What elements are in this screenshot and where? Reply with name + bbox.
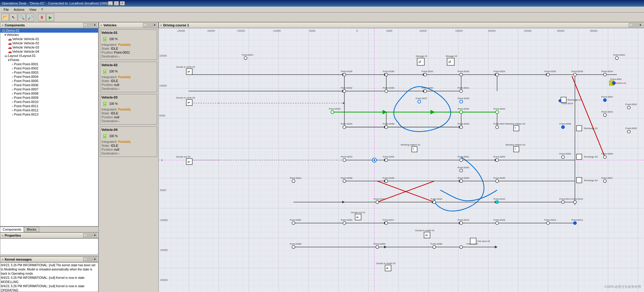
menu-actions[interactable]: Actions xyxy=(11,7,27,12)
kernel-minimize[interactable]: _ xyxy=(83,257,87,261)
svg-text:Point-0043: Point-0043 xyxy=(329,108,340,110)
tree-item[interactable]: ▾Points xyxy=(0,58,98,62)
tree-item[interactable]: ○Point Point-0011 xyxy=(0,104,98,108)
svg-text:Point-0054: Point-0054 xyxy=(383,155,394,158)
svg-text:-10000: -10000 xyxy=(159,219,168,222)
main-layout: ○ Components _ □ ✕ 🗀 Demo-01 ▾Vehicles🚗V… xyxy=(0,22,644,292)
svg-text:30000: 30000 xyxy=(557,29,564,32)
tree-item[interactable]: ○Point Point-0006 xyxy=(0,83,98,87)
svg-point-98 xyxy=(546,73,549,76)
svg-text:Vehicle-01: Vehicle-01 xyxy=(615,82,626,84)
kernel-collapse-icon[interactable]: ○ xyxy=(1,258,4,261)
components-panel-collapse-icon[interactable]: ○ xyxy=(1,23,4,27)
svg-point-208 xyxy=(496,201,499,204)
svg-text:Point-0017: Point-0017 xyxy=(383,219,394,221)
close-button[interactable]: ✕ xyxy=(120,1,125,5)
kernel-panel-title: Kernel messages xyxy=(5,258,32,261)
components-minimize[interactable]: _ xyxy=(83,23,87,27)
kernel-maximize[interactable]: □ xyxy=(88,257,92,261)
vehicles-close[interactable]: ✕ xyxy=(153,23,157,27)
vehicle-card: Vehicle-02 🔋 100 % Integrated: Partially… xyxy=(100,62,157,92)
menu-help[interactable]: ? xyxy=(39,7,45,12)
tree-item[interactable]: ○Point Point-0005 xyxy=(0,79,98,83)
vehicle-state: State: IDLE xyxy=(101,47,156,50)
svg-point-148 xyxy=(627,106,630,109)
zoom-out-button[interactable]: 🔎 xyxy=(26,13,34,21)
tree-item[interactable]: ○Point Point-0001 xyxy=(0,62,98,66)
tree-item[interactable]: ○Point Point-0009 xyxy=(0,96,98,100)
svg-point-200 xyxy=(496,180,499,183)
vehicle-card: Vehicle-04 🔋 100 % Integrated: Partially… xyxy=(100,126,157,157)
tree-item[interactable]: ○Point Point-0003 xyxy=(0,70,98,75)
svg-text:Point-0056: Point-0056 xyxy=(341,177,352,179)
properties-panel: ○ Properties _ □ ✕ xyxy=(0,232,98,256)
kernel-close[interactable]: ✕ xyxy=(93,257,97,261)
tree-item[interactable]: 🚗Vehicle Vehicle-01 xyxy=(0,37,98,41)
svg-text:10000: 10000 xyxy=(159,84,167,87)
svg-point-181 xyxy=(343,158,346,161)
svg-point-204 xyxy=(603,180,606,183)
svg-point-104 xyxy=(615,57,618,60)
tree-item[interactable]: 🚗Vehicle Vehicle-02 xyxy=(0,41,98,45)
map-maximize[interactable]: □ xyxy=(634,23,638,27)
tree-item[interactable]: ○Point Point-0002 xyxy=(0,66,98,70)
map-canvas[interactable]: -25000 -20000 -15000 -10000 -5000 0 5000… xyxy=(159,28,644,292)
tree-item[interactable]: ▾Vehicles xyxy=(0,33,98,37)
tree-item-icon: ○ xyxy=(12,79,13,83)
vehicles-minimize[interactable]: _ xyxy=(143,23,147,27)
tree-item-label: Point Point-0008 xyxy=(14,92,38,95)
properties-collapse-icon[interactable]: ○ xyxy=(1,234,4,237)
vehicles-panel-header: ○ Vehicles _ □ ✕ xyxy=(99,22,158,28)
tree-item-label: Point Point-0012 xyxy=(14,108,38,112)
svg-point-198 xyxy=(460,180,463,183)
tab-blocks[interactable]: Blocks xyxy=(24,227,39,232)
vehicle-destination: Destination - xyxy=(101,119,156,123)
tree-item[interactable]: 🚗Vehicle Vehicle-03 xyxy=(0,45,98,49)
svg-text:Point-0021: Point-0021 xyxy=(290,177,302,179)
vehicle-integrated: Integrated: Partially xyxy=(101,108,156,111)
vehicles-collapse-icon[interactable]: ○ xyxy=(100,23,102,27)
map-close[interactable]: ✕ xyxy=(638,23,643,27)
play-button[interactable]: ▶ xyxy=(46,13,54,21)
vehicles-maximize[interactable]: □ xyxy=(148,23,152,27)
tree-items: ▾Vehicles🚗Vehicle Vehicle-01🚗Vehicle Veh… xyxy=(0,33,98,117)
svg-text:Point-0010: Point-0010 xyxy=(571,198,583,200)
tree-item[interactable]: ○Point Point-0010 xyxy=(0,100,98,104)
svg-text:Point-0019: Point-0019 xyxy=(458,219,469,221)
properties-maximize[interactable]: □ xyxy=(88,233,92,237)
map-minimize[interactable]: _ xyxy=(629,23,633,27)
components-maximize[interactable]: □ xyxy=(88,23,92,27)
minimize-button[interactable]: _ xyxy=(108,1,113,5)
menu-file[interactable]: File xyxy=(1,7,11,12)
tree-item[interactable]: ○Point Point-0008 xyxy=(0,91,98,96)
tree-item[interactable]: 🗂Layout VLayout-01 xyxy=(0,54,98,58)
open-button[interactable]: 📂 xyxy=(1,13,9,21)
components-close[interactable]: ✕ xyxy=(93,23,97,27)
menu-view[interactable]: View xyxy=(27,7,39,12)
tab-components[interactable]: Components xyxy=(0,227,24,232)
tree-item[interactable]: ○Point Point-0007 xyxy=(0,87,98,91)
properties-close[interactable]: ✕ xyxy=(93,233,97,237)
maximize-button[interactable]: □ xyxy=(114,1,119,5)
svg-point-225 xyxy=(460,222,463,225)
pause-button[interactable]: ⏸ xyxy=(38,13,46,21)
properties-minimize[interactable]: _ xyxy=(83,233,87,237)
tree-item[interactable]: ○Point Point-0004 xyxy=(0,75,98,79)
tree-root[interactable]: 🗀 Demo-01 xyxy=(0,28,98,33)
map-collapse-icon[interactable]: ○ xyxy=(160,23,162,27)
svg-text:⇄: ⇄ xyxy=(425,234,428,237)
vehicle-title: Vehicle-01 xyxy=(101,31,156,34)
zoom-in-button[interactable]: 🔍 xyxy=(18,13,26,21)
tree-item[interactable]: ○Point Point-0012 xyxy=(0,108,98,112)
svg-text:Point-0059: Point-0059 xyxy=(374,243,385,245)
svg-point-88 xyxy=(343,73,346,76)
svg-rect-214 xyxy=(576,178,582,183)
svg-text:Point-0015: Point-0015 xyxy=(494,198,505,200)
svg-text:Point-0028: Point-0028 xyxy=(458,70,469,73)
cursor-button[interactable]: ↖ xyxy=(10,13,17,21)
tree-item[interactable]: 🚗Vehicle Vehicle-04 xyxy=(0,49,98,54)
svg-text:T: T xyxy=(514,127,516,130)
tree-item[interactable]: ○Point Point-0013 xyxy=(0,112,98,117)
svg-text:Goods out 01: Goods out 01 xyxy=(351,211,366,214)
svg-point-183 xyxy=(603,155,606,158)
